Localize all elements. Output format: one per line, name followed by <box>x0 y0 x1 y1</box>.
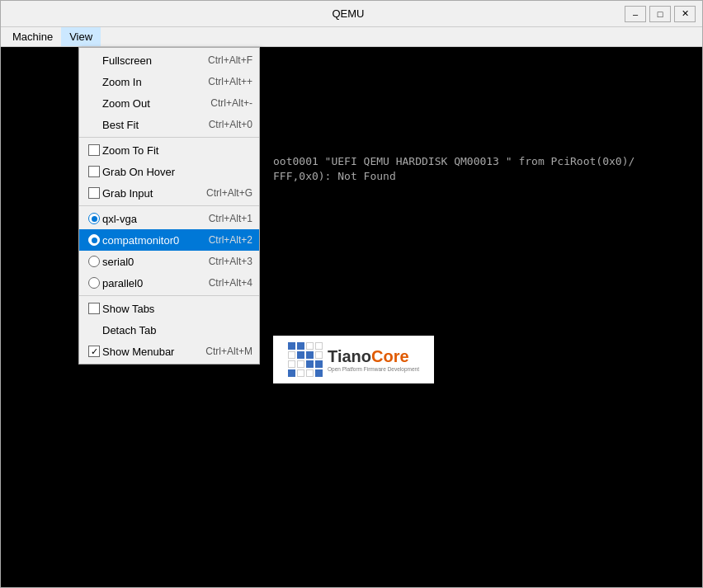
grab-on-hover-checkbox <box>88 166 100 177</box>
menu-best-fit[interactable]: Best Fit Ctrl+Alt+0 <box>79 114 259 135</box>
grab-input-checkbox <box>88 187 100 199</box>
menu-zoom-out[interactable]: Zoom Out Ctrl+Alt+- <box>79 92 259 114</box>
parallel0-shortcut: Ctrl+Alt+4 <box>209 277 252 289</box>
maximize-button[interactable]: □ <box>649 6 671 22</box>
menu-parallel0[interactable]: parallel0 Ctrl+Alt+4 <box>79 272 259 294</box>
menu-machine[interactable]: Machine <box>4 27 61 46</box>
show-tabs-checkbox <box>88 303 100 314</box>
parallel0-label: parallel0 <box>102 277 202 289</box>
menu-zoom-in[interactable]: Zoom In Ctrl+Alt++ <box>79 71 259 92</box>
parallel0-radio <box>88 277 100 289</box>
menu-qxl-vga[interactable]: qxl-vga Ctrl+Alt+1 <box>79 208 259 229</box>
terminal-output: oot0001 "UEFI QEMU HARDDISK QM00013 " fr… <box>273 154 635 184</box>
menu-grab-on-hover[interactable]: Grab On Hover <box>79 161 259 182</box>
qxl-vga-label: qxl-vga <box>102 213 202 225</box>
compatmonitor0-shortcut: Ctrl+Alt+2 <box>209 234 252 246</box>
terminal-line2: FFF,0x0): Not Found <box>273 170 396 182</box>
menu-show-tabs[interactable]: Show Tabs <box>79 298 259 319</box>
menu-bar: Machine View Fullscreen Ctrl+Alt+F Zoom … <box>1 27 702 47</box>
qxl-vga-shortcut: Ctrl+Alt+1 <box>209 213 252 224</box>
best-fit-label: Best Fit <box>102 119 202 131</box>
zoom-in-shortcut: Ctrl+Alt++ <box>208 76 252 87</box>
logo-tiano: Tiano <box>328 347 371 365</box>
window-controls: – □ ✕ <box>625 6 696 22</box>
tianocore-logo: TianoCore Open Platform Firmware Develop… <box>273 336 434 383</box>
grab-on-hover-label: Grab On Hover <box>102 166 246 178</box>
separator-2 <box>79 205 259 206</box>
fullscreen-shortcut: Ctrl+Alt+F <box>208 54 252 66</box>
grab-input-check-area <box>86 187 102 199</box>
fullscreen-label: Fullscreen <box>102 54 201 67</box>
show-menubar-checkbox <box>88 346 100 357</box>
separator-3 <box>79 295 259 296</box>
logo-core: Core <box>371 347 409 365</box>
serial0-radio <box>88 256 100 267</box>
show-menubar-label: Show Menubar <box>102 346 199 358</box>
serial0-label: serial0 <box>102 256 202 268</box>
zoom-in-label: Zoom In <box>102 76 201 88</box>
zoom-to-fit-checkbox <box>88 144 100 156</box>
zoom-to-fit-check-area <box>86 144 102 156</box>
zoom-to-fit-label: Zoom To Fit <box>102 144 246 157</box>
window-title: QEMU <box>72 7 625 20</box>
compatmonitor0-radio <box>88 234 100 246</box>
logo-tagline: Open Platform Firmware Development <box>328 366 419 372</box>
zoom-out-label: Zoom Out <box>102 97 204 110</box>
grab-input-shortcut: Ctrl+Alt+G <box>206 187 252 199</box>
menu-serial0[interactable]: serial0 Ctrl+Alt+3 <box>79 251 259 272</box>
zoom-out-shortcut: Ctrl+Alt+- <box>210 97 252 109</box>
qxl-vga-check-area <box>86 213 102 224</box>
detach-tab-label: Detach Tab <box>102 324 246 336</box>
grab-input-label: Grab Input <box>102 187 200 200</box>
title-bar: QEMU – □ ✕ <box>1 1 702 27</box>
grab-on-hover-check-area <box>86 166 102 177</box>
qemu-window: QEMU – □ ✕ Machine View Fullscreen Ctrl+… <box>0 0 703 588</box>
show-menubar-check-area <box>86 346 102 357</box>
show-tabs-label: Show Tabs <box>102 303 246 315</box>
menu-compatmonitor0[interactable]: compatmonitor0 Ctrl+Alt+2 <box>79 229 259 251</box>
show-tabs-check-area <box>86 303 102 314</box>
serial0-shortcut: Ctrl+Alt+3 <box>209 256 252 267</box>
minimize-button[interactable]: – <box>625 6 646 22</box>
qxl-vga-radio <box>88 213 100 224</box>
parallel0-check-area <box>86 277 102 289</box>
terminal-line1: oot0001 "UEFI QEMU HARDDISK QM00013 " fr… <box>273 155 635 167</box>
separator-1 <box>79 137 259 138</box>
best-fit-shortcut: Ctrl+Alt+0 <box>209 119 252 130</box>
menu-fullscreen[interactable]: Fullscreen Ctrl+Alt+F <box>79 49 259 71</box>
close-button[interactable]: ✕ <box>674 6 696 22</box>
compatmonitor0-label: compatmonitor0 <box>102 234 202 247</box>
menu-view[interactable]: View <box>61 27 101 46</box>
menu-grab-input[interactable]: Grab Input Ctrl+Alt+G <box>79 182 259 204</box>
menu-zoom-to-fit[interactable]: Zoom To Fit <box>79 139 259 161</box>
serial0-check-area <box>86 256 102 267</box>
show-menubar-shortcut: Ctrl+Alt+M <box>205 346 252 357</box>
compatmonitor0-check-area <box>86 234 102 246</box>
menu-show-menubar[interactable]: Show Menubar Ctrl+Alt+M <box>79 341 259 362</box>
menu-detach-tab[interactable]: Detach Tab <box>79 319 259 341</box>
view-dropdown: Fullscreen Ctrl+Alt+F Zoom In Ctrl+Alt++… <box>78 47 260 365</box>
